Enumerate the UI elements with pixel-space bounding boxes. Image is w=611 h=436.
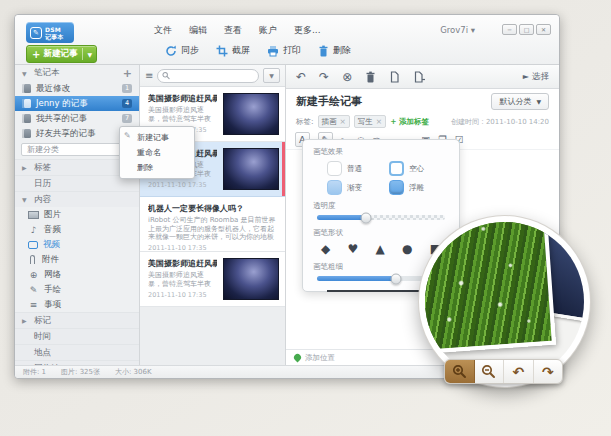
rotate-right-button[interactable]: ↷ — [534, 360, 563, 383]
zoom-out-button[interactable] — [475, 360, 505, 383]
new-category-input[interactable]: 新建分类 — [21, 143, 133, 156]
swatch — [389, 180, 404, 195]
note-date: 2011-11-10 17:35 — [148, 291, 217, 299]
add-notebook-button[interactable]: + — [123, 67, 132, 80]
caret-down-icon[interactable]: ▼ — [83, 51, 96, 58]
note-item-4[interactable]: 美国摄影师追赶风暴 · 拍摄恐怖天气下... 美国摄影师追风逐暴，曾特意驾车半夜… — [140, 252, 285, 307]
menu-view[interactable]: 查看 — [224, 24, 242, 37]
effect-normal[interactable]: 普通 — [327, 161, 383, 176]
sidebar-item-todos[interactable]: ≡ 事项 — [15, 297, 139, 312]
sync-button[interactable]: 同步 — [165, 44, 199, 57]
sidebar-item-attachments[interactable]: 附件 — [15, 252, 139, 267]
new-doc-button[interactable] — [413, 71, 425, 83]
swatch — [389, 161, 404, 176]
status-images: 图片: 325张 — [61, 367, 100, 377]
delete-button[interactable]: 删除 — [318, 44, 351, 57]
remove-tag-icon[interactable]: × — [340, 116, 346, 127]
sidebar-item-audio[interactable]: ♪ 音频 — [15, 222, 139, 237]
print-button[interactable]: 打印 — [267, 44, 301, 57]
shape-diamond[interactable]: ◆ — [321, 242, 330, 256]
notebook-icon — [22, 114, 31, 123]
status-attachments: 附件: 1 — [23, 367, 46, 377]
sidebar-item-recent[interactable]: 最近修改 1 — [15, 81, 139, 96]
note-snippet: 美国摄影师追风逐暴，曾特意驾车半夜出于不同城市，开着自己的相机捕捉不寻常... — [148, 271, 217, 288]
search-input[interactable] — [173, 71, 254, 80]
magnifier-overlay: ↶ ↷ — [419, 216, 590, 387]
caret-down-icon: ▼ — [22, 196, 29, 203]
notebook-icon — [22, 129, 31, 138]
note-item-3[interactable]: 机器人一定要长得像人吗？ iRobot 公司生产的 Roomba 是目前世界上最… — [140, 197, 285, 252]
shape-triangle[interactable]: ▲ — [375, 242, 384, 256]
count-badge: 4 — [122, 99, 132, 108]
menu-more[interactable]: 更多... — [294, 24, 321, 37]
note-editor-title: 新建手绘记事 — [296, 94, 362, 109]
sidebar-item-web[interactable]: ⊕ 网络 — [15, 267, 139, 282]
maximize-button[interactable]: □ — [519, 24, 534, 35]
sidebar-item-pictures[interactable]: 图片 — [15, 207, 139, 222]
crop-icon — [216, 45, 228, 57]
menu-bar: 文件 编辑 查看 账户 更多... — [154, 24, 321, 37]
app-logo: ✎ DSM 记事本 — [26, 22, 74, 43]
remove-tag-icon[interactable]: × — [376, 116, 382, 127]
sidebar-section-content[interactable]: ▼ 内容 — [15, 191, 139, 207]
cancel-button[interactable]: ⊗ — [342, 70, 352, 84]
effect-emboss[interactable]: 浮雕 — [389, 180, 445, 195]
shape-heart[interactable]: ♥ — [347, 242, 358, 256]
opacity-slider-knob[interactable] — [360, 212, 371, 223]
zoom-in-button[interactable] — [445, 360, 475, 383]
trash-button[interactable] — [365, 71, 376, 83]
swatch — [327, 180, 342, 195]
sidebar-item-location[interactable]: 地点 — [15, 344, 139, 360]
sidebar-item-jenny-notes[interactable]: Jenny 的记事 4 — [15, 96, 139, 111]
sidebar-section-marks[interactable]: ▶ 标记 — [15, 312, 139, 328]
screenshot-button[interactable]: 截屏 — [216, 44, 250, 57]
thickness-slider-knob[interactable] — [391, 273, 402, 284]
sidebar-section-notebooks[interactable]: ▼ 笔记本 + — [15, 65, 139, 81]
storm-photo-thumbnail — [223, 258, 279, 300]
close-button[interactable]: ✕ — [536, 24, 551, 35]
grass-photo — [425, 222, 556, 355]
rotate-left-button[interactable]: ↶ — [504, 360, 534, 383]
tag-chip[interactable]: 写生 × — [354, 115, 386, 128]
tag-chip[interactable]: 插画 × — [318, 115, 350, 128]
minimize-button[interactable]: ─ — [502, 24, 517, 35]
menu-account[interactable]: 账户 — [259, 24, 277, 37]
sidebar-item-my-shared[interactable]: 我共享的记事 7 — [15, 111, 139, 126]
sort-dropdown-button[interactable]: ▼ — [263, 68, 280, 83]
sidebar-item-video[interactable]: 视频 — [15, 237, 139, 252]
note-title: 机器人一定要长得像人吗？ — [148, 203, 277, 214]
status-size: 大小: 306K — [115, 367, 152, 377]
shape-circle[interactable]: ● — [402, 242, 412, 256]
context-menu-new-note[interactable]: 新建记事 — [120, 130, 194, 145]
pencil-logo-icon: ✎ — [30, 27, 42, 39]
music-note-icon: ♪ — [28, 225, 39, 235]
sidebar-item-time[interactable]: 时间 — [15, 328, 139, 344]
list-view-icon[interactable]: ≡ — [145, 70, 153, 81]
storm-photo-thumbnail — [223, 93, 279, 135]
account-menu[interactable]: Grov7i ▾ — [440, 25, 475, 35]
export-doc-button[interactable] — [389, 71, 400, 83]
menu-edit[interactable]: 编辑 — [189, 24, 207, 37]
video-icon — [28, 241, 38, 249]
undo-button[interactable]: ↶ — [296, 70, 306, 84]
printer-icon — [267, 45, 279, 57]
note-snippet: 美国摄影师追风逐暴，曾特意驾车半夜出于不同城市，开着自己的相机捕捉不寻常... — [148, 106, 217, 123]
storm-photo-thumbnail — [223, 148, 279, 190]
add-tag-button[interactable]: + 添加标签 — [390, 117, 429, 127]
select-mode-button[interactable]: ► 选择 — [523, 71, 549, 83]
menu-file[interactable]: 文件 — [154, 24, 172, 37]
new-note-button[interactable]: + 新建记事 ▼ — [26, 45, 97, 63]
sidebar-item-handdrawn[interactable]: ✎ 手绘 — [15, 282, 139, 297]
context-menu-rename[interactable]: 重命名 — [120, 145, 194, 160]
opacity-slider[interactable] — [317, 215, 445, 220]
category-dropdown[interactable]: 默认分类 ▼ — [491, 93, 549, 110]
effect-gradient[interactable]: 渐变 — [327, 180, 383, 195]
context-menu-delete[interactable]: 删除 — [120, 160, 194, 175]
note-date: 2011-11-10 17:35 — [148, 181, 217, 189]
new-note-label: 新建记事 — [43, 48, 82, 60]
redo-button[interactable]: ↷ — [319, 70, 329, 84]
note-date: 2011-11-10 17:35 — [148, 244, 277, 252]
search-box[interactable] — [157, 69, 259, 83]
editor-tags-row: 标签: 插画 × 写生 × + 添加标签 创建时间：2011-10-10 14:… — [286, 113, 559, 130]
effect-hollow[interactable]: 空心 — [389, 161, 445, 176]
